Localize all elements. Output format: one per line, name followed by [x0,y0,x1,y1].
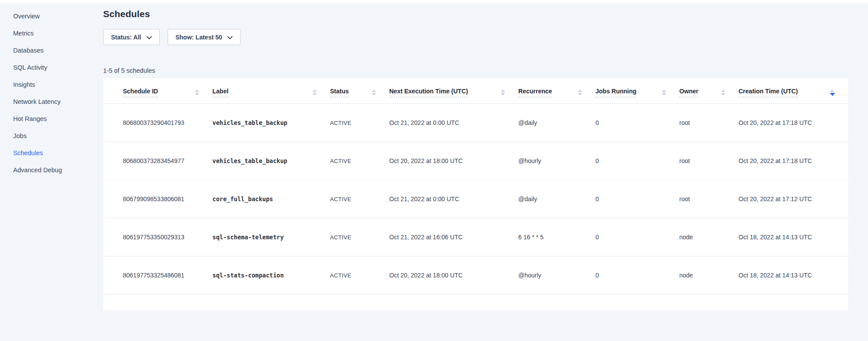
table-row[interactable]: 806197753325486081sql-stats-compactionAC… [103,256,848,295]
cell-status: ACTIVE [330,104,389,142]
cell-owner: node [679,218,739,256]
table-row[interactable]: 806799098533806081core_full_backupsACTIV… [103,180,848,218]
schedules-table-card: Schedule ID Label Stat [103,78,848,310]
cell-next-execution: Oct 20, 2022 at 18:00 UTC [389,142,518,180]
column-label: Status [330,88,349,97]
sidebar-item-schedules[interactable]: Schedules [0,145,103,162]
column-label: Label [212,88,229,97]
column-header-creation-time[interactable]: Creation Time (UTC) [739,78,848,104]
cell-id: 806197753325486081 [103,256,212,295]
cell-next-execution: Oct 21, 2022 at 16:06 UTC [389,218,518,256]
cell-owner: root [679,180,739,218]
chevron-down-icon [147,36,152,39]
sidebar-item-hot-ranges[interactable]: Hot Ranges [0,110,103,128]
column-label: Schedule ID [123,88,158,97]
column-label: Jobs Running [595,88,636,97]
sidebar-nav: Overview Metrics Databases SQL Activity … [0,8,103,179]
column-header-owner[interactable]: Owner [679,78,739,104]
cell-status: ACTIVE [330,180,389,218]
sidebar-item-network-latency[interactable]: Network Latency [0,93,103,110]
column-label: Owner [679,88,699,97]
column-label: Creation Time (UTC) [739,88,798,97]
sort-icon [501,89,505,96]
page-top-strip [0,0,868,4]
schedules-table: Schedule ID Label Stat [103,78,848,295]
sidebar-item-overview[interactable]: Overview [0,8,103,25]
show-filter-label: Show: Latest 50 [176,34,222,41]
sidebar-item-sql-activity[interactable]: SQL Activity [0,59,103,76]
column-header-recurrence[interactable]: Recurrence [518,78,595,104]
cell-next-execution: Oct 20, 2022 at 18:00 UTC [389,256,518,295]
cell-jobs-running: 0 [595,180,679,218]
column-header-next-execution-time[interactable]: Next Execution Time (UTC) [389,78,518,104]
cell-creation-time: Oct 20, 2022 at 17:18 UTC [739,142,848,180]
main-content: Schedules Status: All Show: Latest 50 1-… [103,4,868,341]
cell-jobs-running: 0 [595,142,679,180]
cell-jobs-running: 0 [595,104,679,142]
sidebar-item-jobs[interactable]: Jobs [0,128,103,145]
filters-bar: Status: All Show: Latest 50 [103,29,848,45]
column-header-schedule-id[interactable]: Schedule ID [103,78,212,104]
cell-owner: root [679,104,739,142]
sort-icon [372,89,376,96]
sidebar-item-databases[interactable]: Databases [0,42,103,59]
cell-creation-time: Oct 20, 2022 at 17:18 UTC [739,104,848,142]
table-row[interactable]: 806197753350029313sql-schema-telemetryAC… [103,218,848,256]
cell-label: vehicles_table_backup [212,142,330,180]
cell-status: ACTIVE [330,256,389,295]
app-layout: Overview Metrics Databases SQL Activity … [0,4,868,341]
chevron-down-icon [227,36,233,39]
table-body: 806800373290401793vehicles_table_backupA… [103,104,848,295]
cell-owner: node [679,256,739,295]
cell-jobs-running: 0 [595,256,679,295]
table-header: Schedule ID Label Stat [103,78,848,104]
cell-label: vehicles_table_backup [212,104,330,142]
cell-recurrence: 6 16 * * 5 [518,218,595,256]
column-header-label[interactable]: Label [212,78,330,104]
cell-next-execution: Oct 21, 2022 at 0:00 UTC [389,104,518,142]
cell-id: 806197753350029313 [103,218,212,256]
cell-next-execution: Oct 21, 2022 at 0:00 UTC [389,180,518,218]
sidebar-item-advanced-debug[interactable]: Advanced Debug [0,162,103,179]
sort-icon [195,89,199,96]
cell-creation-time: Oct 18, 2022 at 14:13 UTC [739,218,848,256]
show-filter-dropdown[interactable]: Show: Latest 50 [168,29,241,45]
cell-recurrence: @hourly [518,256,595,295]
cell-owner: root [679,142,739,180]
sidebar: Overview Metrics Databases SQL Activity … [0,4,103,341]
sort-icon [312,89,317,96]
column-label: Next Execution Time (UTC) [389,88,468,97]
table-row[interactable]: 806800373290401793vehicles_table_backupA… [103,104,848,142]
status-filter-dropdown[interactable]: Status: All [103,29,160,45]
column-header-jobs-running[interactable]: Jobs Running [595,78,679,104]
cell-label: core_full_backups [212,180,330,218]
cell-recurrence: @hourly [518,142,595,180]
cell-recurrence: @daily [518,180,595,218]
column-header-status[interactable]: Status [330,78,389,104]
cell-recurrence: @daily [518,104,595,142]
cell-jobs-running: 0 [595,218,679,256]
cell-id: 806799098533806081 [103,180,212,218]
sort-icon [721,89,725,96]
cell-label: sql-stats-compaction [212,256,330,295]
table-row[interactable]: 806800373283454977vehicles_table_backupA… [103,142,848,180]
sidebar-item-insights[interactable]: Insights [0,76,103,93]
page-title: Schedules [103,9,848,19]
sort-desc-icon [830,89,835,96]
sidebar-item-metrics[interactable]: Metrics [0,25,103,42]
cell-creation-time: Oct 18, 2022 at 14:13 UTC [739,256,848,295]
column-label: Recurrence [518,88,552,97]
results-count: 1-5 of 5 schedules [103,67,848,74]
sort-icon [662,89,666,96]
cell-id: 806800373283454977 [103,142,212,180]
cell-label: sql-schema-telemetry [212,218,330,256]
cell-id: 806800373290401793 [103,104,212,142]
cell-creation-time: Oct 20, 2022 at 17:12 UTC [739,180,848,218]
cell-status: ACTIVE [330,218,389,256]
cell-status: ACTIVE [330,142,389,180]
sort-icon [578,89,582,96]
status-filter-label: Status: All [111,34,141,41]
